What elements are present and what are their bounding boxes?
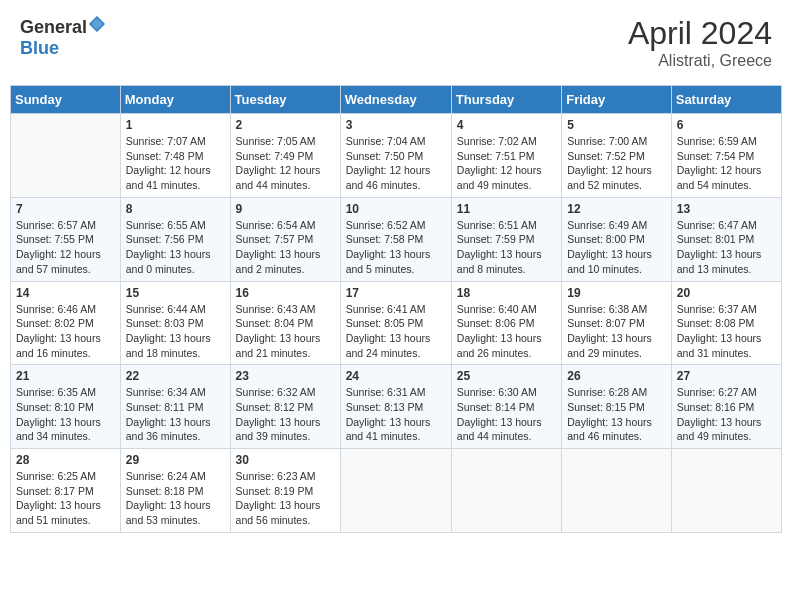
day-info: Sunrise: 6:46 AM Sunset: 8:02 PM Dayligh… <box>16 302 115 361</box>
day-info: Sunrise: 6:38 AM Sunset: 8:07 PM Dayligh… <box>567 302 666 361</box>
logo-blue: Blue <box>20 38 59 58</box>
day-number: 28 <box>16 453 115 467</box>
day-info: Sunrise: 6:51 AM Sunset: 7:59 PM Dayligh… <box>457 218 556 277</box>
day-info: Sunrise: 6:47 AM Sunset: 8:01 PM Dayligh… <box>677 218 776 277</box>
day-info: Sunrise: 6:27 AM Sunset: 8:16 PM Dayligh… <box>677 385 776 444</box>
day-number: 11 <box>457 202 556 216</box>
day-number: 5 <box>567 118 666 132</box>
day-number: 4 <box>457 118 556 132</box>
day-number: 12 <box>567 202 666 216</box>
day-number: 7 <box>16 202 115 216</box>
day-number: 24 <box>346 369 446 383</box>
header-cell-monday: Monday <box>120 86 230 114</box>
day-info: Sunrise: 7:02 AM Sunset: 7:51 PM Dayligh… <box>457 134 556 193</box>
page-header: General Blue April 2024 Alistrati, Greec… <box>10 10 782 75</box>
day-info: Sunrise: 6:55 AM Sunset: 7:56 PM Dayligh… <box>126 218 225 277</box>
day-number: 18 <box>457 286 556 300</box>
calendar-cell <box>340 449 451 533</box>
day-number: 16 <box>236 286 335 300</box>
day-info: Sunrise: 6:57 AM Sunset: 7:55 PM Dayligh… <box>16 218 115 277</box>
day-number: 22 <box>126 369 225 383</box>
day-number: 26 <box>567 369 666 383</box>
day-info: Sunrise: 6:40 AM Sunset: 8:06 PM Dayligh… <box>457 302 556 361</box>
header-cell-thursday: Thursday <box>451 86 561 114</box>
week-row-4: 21Sunrise: 6:35 AM Sunset: 8:10 PM Dayli… <box>11 365 782 449</box>
calendar-cell: 23Sunrise: 6:32 AM Sunset: 8:12 PM Dayli… <box>230 365 340 449</box>
logo-text: General Blue <box>20 15 106 59</box>
calendar-body: 1Sunrise: 7:07 AM Sunset: 7:48 PM Daylig… <box>11 114 782 533</box>
week-row-3: 14Sunrise: 6:46 AM Sunset: 8:02 PM Dayli… <box>11 281 782 365</box>
calendar-cell: 3Sunrise: 7:04 AM Sunset: 7:50 PM Daylig… <box>340 114 451 198</box>
day-number: 30 <box>236 453 335 467</box>
day-info: Sunrise: 6:44 AM Sunset: 8:03 PM Dayligh… <box>126 302 225 361</box>
day-number: 8 <box>126 202 225 216</box>
day-info: Sunrise: 7:05 AM Sunset: 7:49 PM Dayligh… <box>236 134 335 193</box>
day-number: 13 <box>677 202 776 216</box>
header-row: SundayMondayTuesdayWednesdayThursdayFrid… <box>11 86 782 114</box>
header-cell-tuesday: Tuesday <box>230 86 340 114</box>
day-info: Sunrise: 7:04 AM Sunset: 7:50 PM Dayligh… <box>346 134 446 193</box>
day-info: Sunrise: 6:30 AM Sunset: 8:14 PM Dayligh… <box>457 385 556 444</box>
calendar-cell: 7Sunrise: 6:57 AM Sunset: 7:55 PM Daylig… <box>11 197 121 281</box>
location: Alistrati, Greece <box>628 52 772 70</box>
calendar-cell <box>451 449 561 533</box>
calendar-cell: 12Sunrise: 6:49 AM Sunset: 8:00 PM Dayli… <box>562 197 672 281</box>
day-number: 2 <box>236 118 335 132</box>
day-info: Sunrise: 6:35 AM Sunset: 8:10 PM Dayligh… <box>16 385 115 444</box>
calendar-cell: 27Sunrise: 6:27 AM Sunset: 8:16 PM Dayli… <box>671 365 781 449</box>
calendar-cell: 25Sunrise: 6:30 AM Sunset: 8:14 PM Dayli… <box>451 365 561 449</box>
calendar-cell: 17Sunrise: 6:41 AM Sunset: 8:05 PM Dayli… <box>340 281 451 365</box>
header-cell-saturday: Saturday <box>671 86 781 114</box>
day-info: Sunrise: 7:00 AM Sunset: 7:52 PM Dayligh… <box>567 134 666 193</box>
day-number: 3 <box>346 118 446 132</box>
day-number: 21 <box>16 369 115 383</box>
calendar-cell: 16Sunrise: 6:43 AM Sunset: 8:04 PM Dayli… <box>230 281 340 365</box>
calendar-cell <box>11 114 121 198</box>
day-info: Sunrise: 6:37 AM Sunset: 8:08 PM Dayligh… <box>677 302 776 361</box>
calendar-cell: 10Sunrise: 6:52 AM Sunset: 7:58 PM Dayli… <box>340 197 451 281</box>
calendar-cell: 21Sunrise: 6:35 AM Sunset: 8:10 PM Dayli… <box>11 365 121 449</box>
header-cell-friday: Friday <box>562 86 672 114</box>
day-info: Sunrise: 6:41 AM Sunset: 8:05 PM Dayligh… <box>346 302 446 361</box>
header-cell-wednesday: Wednesday <box>340 86 451 114</box>
calendar-cell: 9Sunrise: 6:54 AM Sunset: 7:57 PM Daylig… <box>230 197 340 281</box>
calendar-cell: 26Sunrise: 6:28 AM Sunset: 8:15 PM Dayli… <box>562 365 672 449</box>
svg-marker-1 <box>91 18 103 30</box>
week-row-2: 7Sunrise: 6:57 AM Sunset: 7:55 PM Daylig… <box>11 197 782 281</box>
calendar-cell: 30Sunrise: 6:23 AM Sunset: 8:19 PM Dayli… <box>230 449 340 533</box>
day-number: 29 <box>126 453 225 467</box>
header-cell-sunday: Sunday <box>11 86 121 114</box>
day-number: 15 <box>126 286 225 300</box>
title-block: April 2024 Alistrati, Greece <box>628 15 772 70</box>
day-number: 10 <box>346 202 446 216</box>
calendar-cell: 15Sunrise: 6:44 AM Sunset: 8:03 PM Dayli… <box>120 281 230 365</box>
calendar-cell: 29Sunrise: 6:24 AM Sunset: 8:18 PM Dayli… <box>120 449 230 533</box>
day-number: 9 <box>236 202 335 216</box>
calendar-cell: 24Sunrise: 6:31 AM Sunset: 8:13 PM Dayli… <box>340 365 451 449</box>
day-info: Sunrise: 6:32 AM Sunset: 8:12 PM Dayligh… <box>236 385 335 444</box>
logo-icon <box>88 15 106 33</box>
day-number: 1 <box>126 118 225 132</box>
calendar-header: SundayMondayTuesdayWednesdayThursdayFrid… <box>11 86 782 114</box>
day-number: 27 <box>677 369 776 383</box>
day-number: 6 <box>677 118 776 132</box>
calendar-cell: 5Sunrise: 7:00 AM Sunset: 7:52 PM Daylig… <box>562 114 672 198</box>
day-number: 20 <box>677 286 776 300</box>
calendar-cell: 8Sunrise: 6:55 AM Sunset: 7:56 PM Daylig… <box>120 197 230 281</box>
day-info: Sunrise: 6:31 AM Sunset: 8:13 PM Dayligh… <box>346 385 446 444</box>
day-info: Sunrise: 6:52 AM Sunset: 7:58 PM Dayligh… <box>346 218 446 277</box>
calendar-cell: 13Sunrise: 6:47 AM Sunset: 8:01 PM Dayli… <box>671 197 781 281</box>
logo: General Blue <box>20 15 106 59</box>
day-info: Sunrise: 6:43 AM Sunset: 8:04 PM Dayligh… <box>236 302 335 361</box>
calendar-cell: 4Sunrise: 7:02 AM Sunset: 7:51 PM Daylig… <box>451 114 561 198</box>
week-row-5: 28Sunrise: 6:25 AM Sunset: 8:17 PM Dayli… <box>11 449 782 533</box>
calendar-cell: 1Sunrise: 7:07 AM Sunset: 7:48 PM Daylig… <box>120 114 230 198</box>
day-number: 17 <box>346 286 446 300</box>
calendar-cell: 11Sunrise: 6:51 AM Sunset: 7:59 PM Dayli… <box>451 197 561 281</box>
calendar-cell: 22Sunrise: 6:34 AM Sunset: 8:11 PM Dayli… <box>120 365 230 449</box>
calendar-cell <box>671 449 781 533</box>
day-info: Sunrise: 6:34 AM Sunset: 8:11 PM Dayligh… <box>126 385 225 444</box>
day-number: 25 <box>457 369 556 383</box>
day-number: 23 <box>236 369 335 383</box>
calendar-cell: 28Sunrise: 6:25 AM Sunset: 8:17 PM Dayli… <box>11 449 121 533</box>
